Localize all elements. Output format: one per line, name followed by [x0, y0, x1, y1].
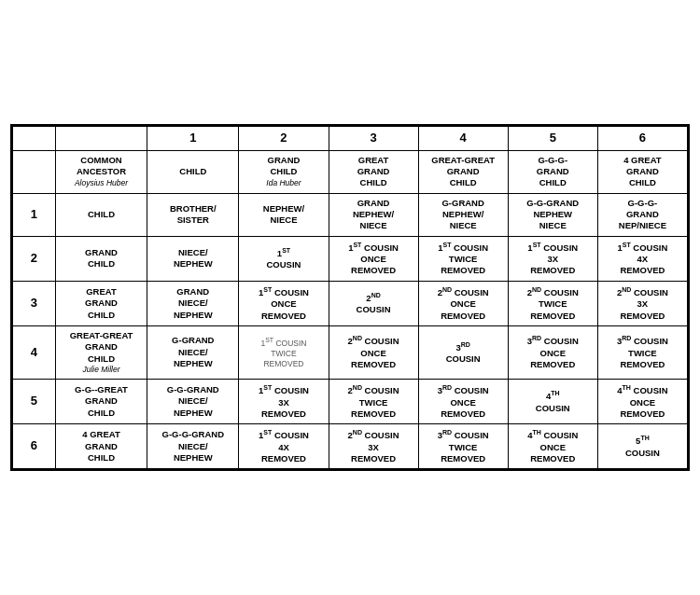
row-descriptor-cell: 4 GREATGRANDCHILD	[55, 424, 147, 469]
row-label: 4	[13, 325, 56, 379]
relationship-cell: GRANDNIECE/NEPHEW	[147, 281, 239, 325]
relationship-cell: GRANDCHILDIda Huber	[239, 150, 329, 193]
relationship-cell: 1ST COUSINTWICEREMOVED	[239, 325, 329, 379]
relationship-cell: 3RD COUSINONCEREMOVED	[508, 325, 597, 379]
row-label: 2	[13, 236, 56, 281]
row-descriptor-cell: CHILD	[55, 193, 147, 236]
common-ancestor-cell: COMMONANCESTORAloysius Huber	[55, 150, 147, 193]
relationship-cell: 3RD COUSINONCEREMOVED	[418, 380, 508, 424]
relationship-cell: 2ND COUSIN3XREMOVED	[329, 424, 418, 469]
row-label	[13, 150, 56, 193]
table-row: 4GREAT-GREATGRANDCHILDJulie MillerG-GRAN…	[13, 325, 688, 379]
relationship-cell: 3RD COUSINTWICEREMOVED	[597, 325, 687, 379]
row-descriptor-cell: GRANDCHILD	[55, 236, 147, 281]
relationship-cell: 1STCOUSIN	[239, 236, 329, 281]
row-label: 1	[13, 193, 56, 236]
relationship-cell: 1ST COUSIN3XREMOVED	[508, 236, 597, 281]
relationship-table: 1 2 3 4 5 6 COMMONANCESTORAloysius Huber…	[10, 124, 690, 472]
table-row: 1CHILDBROTHER/SISTERNEPHEW/NIECEGRANDNEP…	[13, 193, 688, 236]
col-header-1: 1	[147, 126, 239, 150]
relationship-cell: 2ND COUSINONCEREMOVED	[329, 325, 418, 379]
relationship-cell: G-GRANDNIECE/NEPHEW	[147, 325, 239, 379]
relationship-cell: 1ST COUSIN4XREMOVED	[239, 424, 329, 469]
relationship-cell: G-GRANDNEPHEW/NIECE	[418, 193, 508, 236]
col-header-2: 2	[239, 126, 329, 150]
relationship-cell: GREATGRANDCHILD	[329, 150, 418, 193]
table-row: COMMONANCESTORAloysius HuberCHILDGRANDCH…	[13, 150, 688, 193]
table-row: 2GRANDCHILDNIECE/NEPHEW1STCOUSIN1ST COUS…	[13, 236, 688, 281]
col-header-4: 4	[418, 126, 508, 150]
relationship-cell: 3RD COUSINTWICEREMOVED	[418, 424, 508, 469]
row-label: 5	[13, 380, 56, 424]
relationship-cell: BROTHER/SISTER	[147, 193, 239, 236]
relationship-cell: G-G-G-GRANDCHILD	[508, 150, 597, 193]
relationship-cell: GRANDNEPHEW/NIECE	[329, 193, 418, 236]
row-label: 6	[13, 424, 56, 469]
col-header-3: 3	[329, 126, 418, 150]
relationship-cell: 1ST COUSIN4XREMOVED	[597, 236, 687, 281]
relationship-cell: G-G-G-GRANDNIECE/NEPHEW	[147, 424, 239, 469]
row-descriptor-cell: G-G--GREATGRANDCHILD	[55, 380, 147, 424]
col-header-6: 6	[597, 126, 687, 150]
table-row: 5G-G--GREATGRANDCHILDG-G-GRANDNIECE/NEPH…	[13, 380, 688, 424]
relationship-cell: 1ST COUSINONCEREMOVED	[329, 236, 418, 281]
relationship-cell: 2ND COUSINONCEREMOVED	[418, 281, 508, 325]
relationship-cell: 5THCOUSIN	[597, 424, 687, 469]
relationship-cell: G-G-G-GRANDNEP/NIECE	[597, 193, 687, 236]
relationship-cell: NEPHEW/NIECE	[239, 193, 329, 236]
relationship-cell: 4THCOUSIN	[508, 380, 597, 424]
header-row: 1 2 3 4 5 6	[13, 126, 688, 150]
relationship-cell: 2ND COUSIN3XREMOVED	[597, 281, 687, 325]
relationship-cell: 2NDCOUSIN	[329, 281, 418, 325]
row-descriptor-cell: GREAT-GREATGRANDCHILDJulie Miller	[55, 325, 147, 379]
table-row: 64 GREATGRANDCHILDG-G-G-GRANDNIECE/NEPHE…	[13, 424, 688, 469]
relationship-cell: 1ST COUSINTWICEREMOVED	[418, 236, 508, 281]
col-header-5: 5	[508, 126, 597, 150]
relationship-cell: 3RDCOUSIN	[418, 325, 508, 379]
corner-cell-empty	[13, 126, 56, 150]
corner-cell-empty2	[55, 126, 147, 150]
relationship-cell: 4TH COUSINONCEREMOVED	[508, 424, 597, 469]
relationship-cell: G-G-GRANDNIECE/NEPHEW	[147, 380, 239, 424]
relationship-cell: 4 GREATGRANDCHILD	[597, 150, 687, 193]
relationship-cell: GREAT-GREATGRANDCHILD	[418, 150, 508, 193]
relationship-cell: 2ND COUSINTWICEREMOVED	[508, 281, 597, 325]
relationship-cell: 1ST COUSINONCEREMOVED	[239, 281, 329, 325]
relationship-cell: G-G-GRANDNEPHEWNIECE	[508, 193, 597, 236]
relationship-cell: 4TH COUSINONCEREMOVED	[597, 380, 687, 424]
relationship-cell: NIECE/NEPHEW	[147, 236, 239, 281]
relationship-cell: CHILD	[147, 150, 239, 193]
row-label: 3	[13, 281, 56, 325]
row-descriptor-cell: GREATGRANDCHILD	[55, 281, 147, 325]
relationship-cell: 1ST COUSIN3XREMOVED	[239, 380, 329, 424]
relationship-cell: 2ND COUSINTWICEREMOVED	[329, 380, 418, 424]
table-row: 3GREATGRANDCHILDGRANDNIECE/NEPHEW1ST COU…	[13, 281, 688, 325]
